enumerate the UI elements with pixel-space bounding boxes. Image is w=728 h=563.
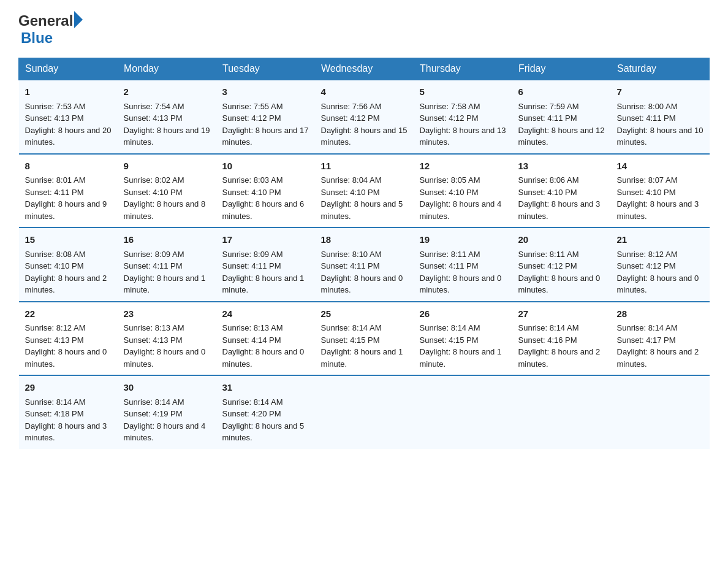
daylight-info: Daylight: 8 hours and 0 minutes. bbox=[222, 346, 309, 370]
weekday-header-friday: Friday bbox=[512, 58, 611, 80]
sunset-info: Sunset: 4:12 PM bbox=[222, 112, 309, 124]
sunset-info: Sunset: 4:10 PM bbox=[518, 186, 605, 199]
daylight-info: Daylight: 8 hours and 2 minutes. bbox=[25, 272, 112, 296]
day-number: 24 bbox=[222, 307, 309, 321]
day-number: 26 bbox=[420, 307, 506, 321]
sunrise-info: Sunrise: 8:14 AM bbox=[518, 322, 605, 334]
sunrise-info: Sunrise: 7:53 AM bbox=[25, 101, 112, 113]
day-number: 5 bbox=[420, 85, 506, 99]
day-number: 3 bbox=[222, 85, 309, 99]
logo-triangle-icon bbox=[74, 11, 83, 28]
calendar-cell-w3-d5: 20 Sunrise: 8:11 AM Sunset: 4:12 PM Dayl… bbox=[512, 228, 611, 302]
sunrise-info: Sunrise: 8:13 AM bbox=[124, 322, 210, 334]
day-number: 19 bbox=[420, 233, 506, 247]
sunrise-info: Sunrise: 7:58 AM bbox=[420, 101, 506, 113]
daylight-info: Daylight: 8 hours and 13 minutes. bbox=[420, 124, 506, 148]
sunset-info: Sunset: 4:13 PM bbox=[124, 334, 210, 347]
sunset-info: Sunset: 4:11 PM bbox=[420, 260, 506, 272]
sunrise-info: Sunrise: 8:08 AM bbox=[25, 248, 112, 261]
day-number: 27 bbox=[518, 307, 605, 321]
sunset-info: Sunset: 4:10 PM bbox=[25, 260, 112, 272]
sunset-info: Sunset: 4:10 PM bbox=[124, 186, 210, 199]
calendar-cell-w3-d1: 16 Sunrise: 8:09 AM Sunset: 4:11 PM Dayl… bbox=[118, 228, 216, 302]
sunset-info: Sunset: 4:14 PM bbox=[222, 334, 309, 347]
sunset-info: Sunset: 4:12 PM bbox=[518, 260, 605, 272]
calendar-cell-w2-d2: 10 Sunrise: 8:03 AM Sunset: 4:10 PM Dayl… bbox=[216, 154, 315, 228]
sunrise-info: Sunrise: 8:11 AM bbox=[420, 248, 506, 261]
daylight-info: Daylight: 8 hours and 8 minutes. bbox=[124, 198, 210, 222]
day-number: 23 bbox=[124, 307, 210, 321]
calendar-cell-w3-d4: 19 Sunrise: 8:11 AM Sunset: 4:11 PM Dayl… bbox=[414, 228, 512, 302]
daylight-info: Daylight: 8 hours and 10 minutes. bbox=[617, 124, 703, 148]
weekday-header-tuesday: Tuesday bbox=[216, 58, 315, 80]
sunset-info: Sunset: 4:11 PM bbox=[617, 112, 703, 124]
sunrise-info: Sunrise: 8:02 AM bbox=[124, 174, 210, 186]
calendar-cell-w4-d5: 27 Sunrise: 8:14 AM Sunset: 4:16 PM Dayl… bbox=[512, 302, 611, 376]
daylight-info: Daylight: 8 hours and 2 minutes. bbox=[518, 346, 605, 370]
sunset-info: Sunset: 4:12 PM bbox=[321, 112, 408, 124]
sunset-info: Sunset: 4:10 PM bbox=[321, 186, 408, 199]
sunrise-info: Sunrise: 8:12 AM bbox=[617, 248, 703, 261]
calendar-cell-w2-d5: 13 Sunrise: 8:06 AM Sunset: 4:10 PM Dayl… bbox=[512, 154, 611, 228]
day-number: 18 bbox=[321, 233, 408, 247]
daylight-info: Daylight: 8 hours and 0 minutes. bbox=[25, 346, 112, 370]
sunset-info: Sunset: 4:11 PM bbox=[222, 260, 309, 272]
calendar-cell-w5-d3 bbox=[315, 375, 414, 449]
daylight-info: Daylight: 8 hours and 1 minute. bbox=[321, 346, 408, 370]
sunset-info: Sunset: 4:10 PM bbox=[420, 186, 506, 199]
daylight-info: Daylight: 8 hours and 4 minutes. bbox=[420, 198, 506, 222]
sunrise-info: Sunrise: 8:13 AM bbox=[222, 322, 309, 334]
day-number: 15 bbox=[25, 233, 112, 247]
day-number: 7 bbox=[617, 85, 703, 99]
daylight-info: Daylight: 8 hours and 0 minutes. bbox=[518, 272, 605, 296]
sunrise-info: Sunrise: 8:14 AM bbox=[222, 396, 309, 408]
daylight-info: Daylight: 8 hours and 15 minutes. bbox=[321, 124, 408, 148]
sunset-info: Sunset: 4:13 PM bbox=[25, 334, 112, 347]
day-number: 10 bbox=[222, 159, 309, 174]
daylight-info: Daylight: 8 hours and 6 minutes. bbox=[222, 198, 309, 222]
calendar-cell-w5-d6 bbox=[611, 375, 710, 449]
day-number: 30 bbox=[124, 381, 210, 395]
sunset-info: Sunset: 4:10 PM bbox=[617, 186, 703, 199]
day-number: 21 bbox=[617, 233, 703, 247]
week-row-5: 29 Sunrise: 8:14 AM Sunset: 4:18 PM Dayl… bbox=[19, 375, 710, 449]
calendar-cell-w3-d2: 17 Sunrise: 8:09 AM Sunset: 4:11 PM Dayl… bbox=[216, 228, 315, 302]
sunset-info: Sunset: 4:11 PM bbox=[124, 260, 210, 272]
calendar-cell-w1-d2: 3 Sunrise: 7:55 AM Sunset: 4:12 PM Dayli… bbox=[216, 80, 315, 154]
sunrise-info: Sunrise: 8:11 AM bbox=[518, 248, 605, 261]
sunrise-info: Sunrise: 8:10 AM bbox=[321, 248, 408, 261]
sunrise-info: Sunrise: 7:54 AM bbox=[124, 101, 210, 113]
sunset-info: Sunset: 4:11 PM bbox=[25, 186, 112, 199]
day-number: 1 bbox=[25, 85, 112, 99]
weekday-header-wednesday: Wednesday bbox=[315, 58, 414, 80]
logo-blue-text: Blue bbox=[21, 29, 53, 47]
calendar-cell-w5-d1: 30 Sunrise: 8:14 AM Sunset: 4:19 PM Dayl… bbox=[118, 375, 216, 449]
calendar-cell-w2-d3: 11 Sunrise: 8:04 AM Sunset: 4:10 PM Dayl… bbox=[315, 154, 414, 228]
day-number: 2 bbox=[124, 85, 210, 99]
calendar-cell-w2-d4: 12 Sunrise: 8:05 AM Sunset: 4:10 PM Dayl… bbox=[414, 154, 512, 228]
day-number: 16 bbox=[124, 233, 210, 247]
calendar-table: SundayMondayTuesdayWednesdayThursdayFrid… bbox=[18, 58, 710, 449]
page-header: General Blue bbox=[18, 12, 710, 47]
sunrise-info: Sunrise: 8:09 AM bbox=[124, 248, 210, 261]
sunset-info: Sunset: 4:16 PM bbox=[518, 334, 605, 347]
daylight-info: Daylight: 8 hours and 3 minutes. bbox=[25, 420, 112, 444]
calendar-cell-w1-d0: 1 Sunrise: 7:53 AM Sunset: 4:13 PM Dayli… bbox=[19, 80, 118, 154]
sunrise-info: Sunrise: 8:04 AM bbox=[321, 174, 408, 186]
calendar-cell-w5-d0: 29 Sunrise: 8:14 AM Sunset: 4:18 PM Dayl… bbox=[19, 375, 118, 449]
calendar-cell-w4-d0: 22 Sunrise: 8:12 AM Sunset: 4:13 PM Dayl… bbox=[19, 302, 118, 376]
sunrise-info: Sunrise: 7:59 AM bbox=[518, 101, 605, 113]
day-number: 13 bbox=[518, 159, 605, 174]
weekday-header-thursday: Thursday bbox=[414, 58, 512, 80]
day-number: 14 bbox=[617, 159, 703, 174]
daylight-info: Daylight: 8 hours and 5 minutes. bbox=[321, 198, 408, 222]
sunset-info: Sunset: 4:12 PM bbox=[617, 260, 703, 272]
weekday-header-monday: Monday bbox=[118, 58, 216, 80]
sunrise-info: Sunrise: 8:14 AM bbox=[420, 322, 506, 334]
day-number: 29 bbox=[25, 381, 112, 395]
sunset-info: Sunset: 4:19 PM bbox=[124, 408, 210, 420]
day-number: 6 bbox=[518, 85, 605, 99]
calendar-cell-w1-d5: 6 Sunrise: 7:59 AM Sunset: 4:11 PM Dayli… bbox=[512, 80, 611, 154]
daylight-info: Daylight: 8 hours and 1 minute. bbox=[420, 346, 506, 370]
day-number: 28 bbox=[617, 307, 703, 321]
